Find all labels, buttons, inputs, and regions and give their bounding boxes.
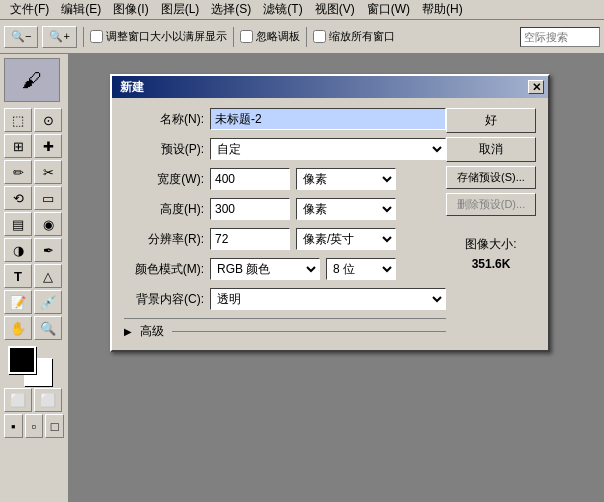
resolution-row: 分辨率(R): 像素/英寸: [124, 228, 446, 250]
colormode-row: 颜色模式(M): RGB 颜色 8 位: [124, 258, 446, 280]
menu-file[interactable]: 文件(F): [4, 0, 55, 20]
width-row: 宽度(W): 像素: [124, 168, 446, 190]
screen-mode-3[interactable]: □: [45, 414, 64, 438]
tool-row-9: ✋ 🔍: [4, 316, 64, 340]
preset-label: 预设(P):: [124, 141, 204, 158]
menu-select[interactable]: 选择(S): [205, 0, 257, 20]
brush-tool[interactable]: ✏: [4, 160, 32, 184]
new-document-dialog: 新建 ✕ 名称(N): 预设(: [110, 74, 550, 352]
height-row: 高度(H): 像素: [124, 198, 446, 220]
ok-button[interactable]: 好: [446, 108, 536, 133]
resolution-unit-select[interactable]: 像素/英寸: [296, 228, 396, 250]
preset-row: 预设(P): 自定: [124, 138, 446, 160]
checkbox-group-1: 调整窗口大小以满屏显示: [90, 29, 227, 44]
name-label: 名称(N):: [124, 111, 204, 128]
marquee-tool[interactable]: ⬚: [4, 108, 32, 132]
tool-icon-area: 🖌: [4, 58, 60, 102]
width-unit-select[interactable]: 像素: [296, 168, 396, 190]
height-unit-select[interactable]: 像素: [296, 198, 396, 220]
screen-mode-2[interactable]: ▫: [25, 414, 44, 438]
name-input[interactable]: [210, 108, 446, 130]
ignore-panel-checkbox[interactable]: [240, 30, 253, 43]
menu-help[interactable]: 帮助(H): [416, 0, 469, 20]
advanced-label[interactable]: 高级: [140, 323, 164, 340]
cancel-button[interactable]: 取消: [446, 137, 536, 162]
background-select[interactable]: 透明: [210, 288, 446, 310]
dialog-right-panel: 好 取消 存储预设(S)... 删除预设(D)... 图像大小: 351.6K: [446, 108, 536, 340]
menu-view[interactable]: 视图(V): [309, 0, 361, 20]
height-input[interactable]: [210, 198, 290, 220]
menu-filter[interactable]: 滤镜(T): [257, 0, 308, 20]
tool-row-3: ✏ ✂: [4, 160, 64, 184]
menu-window[interactable]: 窗口(W): [361, 0, 416, 20]
menu-image[interactable]: 图像(I): [107, 0, 154, 20]
eyedropper-tool[interactable]: 💉: [34, 290, 62, 314]
quick-mask-tool[interactable]: ⬜: [4, 388, 32, 412]
tool-row-4: ⟲ ▭: [4, 186, 64, 210]
advanced-divider: [172, 331, 446, 332]
checkbox-group-2: 忽略调板: [240, 29, 300, 44]
tool-row-bottom-1: ⬜ ⬜: [4, 388, 64, 412]
shape-tool[interactable]: △: [34, 264, 62, 288]
tool-row-1: ⬚ ⊙: [4, 108, 64, 132]
menu-layer[interactable]: 图层(L): [155, 0, 206, 20]
standard-mode-tool[interactable]: ⬜: [34, 388, 62, 412]
bottom-tools: ⬜ ⬜ ▪ ▫ □: [4, 388, 64, 438]
resolution-label: 分辨率(R):: [124, 231, 204, 248]
background-label: 背景内容(C):: [124, 291, 204, 308]
notes-tool[interactable]: 📝: [4, 290, 32, 314]
zoom-all-label: 缩放所有窗口: [329, 29, 395, 44]
screen-mode-1[interactable]: ▪: [4, 414, 23, 438]
menu-edit[interactable]: 编辑(E): [55, 0, 107, 20]
menubar: 文件(F) 编辑(E) 图像(I) 图层(L) 选择(S) 滤镜(T) 视图(V…: [0, 0, 604, 20]
toolbar: 🔍− 🔍+ 调整窗口大小以满屏显示 忽略调板 缩放所有窗口: [0, 20, 604, 54]
main-area: 🖌 ⬚ ⊙ ⊞ ✚ ✏ ✂ ⟲ ▭ ▤ ◉ ◑ ✒ T △: [0, 54, 604, 502]
height-label: 高度(H):: [124, 201, 204, 218]
advanced-row: ▶ 高级: [124, 318, 446, 340]
zoom-in-button[interactable]: 🔍+: [42, 26, 76, 48]
tool-row-bottom-2: ▪ ▫ □: [4, 414, 64, 438]
dodge-tool[interactable]: ◑: [4, 238, 32, 262]
gradient-tool[interactable]: ▤: [4, 212, 32, 236]
dialog-content: 名称(N): 预设(P): 自定: [124, 108, 536, 340]
advanced-arrow-icon: ▶: [124, 326, 136, 338]
color-swatches: [8, 346, 56, 386]
resolution-input[interactable]: [210, 228, 290, 250]
foreground-color[interactable]: [8, 346, 36, 374]
history-tool[interactable]: ⟲: [4, 186, 32, 210]
eraser-tool[interactable]: ▭: [34, 186, 62, 210]
name-row: 名称(N):: [124, 108, 446, 130]
canvas-area: 新建 ✕ 名称(N): 预设(: [70, 54, 604, 502]
fit-screen-label: 调整窗口大小以满屏显示: [106, 29, 227, 44]
heal-tool[interactable]: ✚: [34, 134, 62, 158]
pen-tool[interactable]: ✒: [34, 238, 62, 262]
toolbar-separator-2: [233, 27, 234, 47]
zoom-all-checkbox[interactable]: [313, 30, 326, 43]
colormode-select[interactable]: RGB 颜色: [210, 258, 320, 280]
toolbar-separator-3: [306, 27, 307, 47]
lasso-tool[interactable]: ⊙: [34, 108, 62, 132]
dialog-body: 名称(N): 预设(P): 自定: [112, 98, 548, 350]
toolbox: 🖌 ⬚ ⊙ ⊞ ✚ ✏ ✂ ⟲ ▭ ▤ ◉ ◑ ✒ T △: [0, 54, 70, 502]
save-preset-button[interactable]: 存储预设(S)...: [446, 166, 536, 189]
colordepth-select[interactable]: 8 位: [326, 258, 396, 280]
zoom-tool[interactable]: 🔍: [34, 316, 62, 340]
img-size-container: 图像大小: 351.6K: [446, 236, 536, 271]
colormode-label: 颜色模式(M):: [124, 261, 204, 278]
blur-tool[interactable]: ◉: [34, 212, 62, 236]
search-input[interactable]: [520, 27, 600, 47]
delete-preset-button[interactable]: 删除预设(D)...: [446, 193, 536, 216]
width-input[interactable]: [210, 168, 290, 190]
preset-select[interactable]: 自定: [210, 138, 446, 160]
hand-tool[interactable]: ✋: [4, 316, 32, 340]
dialog-close-button[interactable]: ✕: [528, 80, 544, 94]
zoom-out-button[interactable]: 🔍−: [4, 26, 38, 48]
text-tool[interactable]: T: [4, 264, 32, 288]
crop-tool[interactable]: ⊞: [4, 134, 32, 158]
dialog-title: 新建: [120, 79, 144, 96]
checkbox-group-3: 缩放所有窗口: [313, 29, 395, 44]
tool-row-7: T △: [4, 264, 64, 288]
dialog-overlay: 新建 ✕ 名称(N): 预设(: [70, 54, 604, 502]
clone-tool[interactable]: ✂: [34, 160, 62, 184]
fit-screen-checkbox[interactable]: [90, 30, 103, 43]
